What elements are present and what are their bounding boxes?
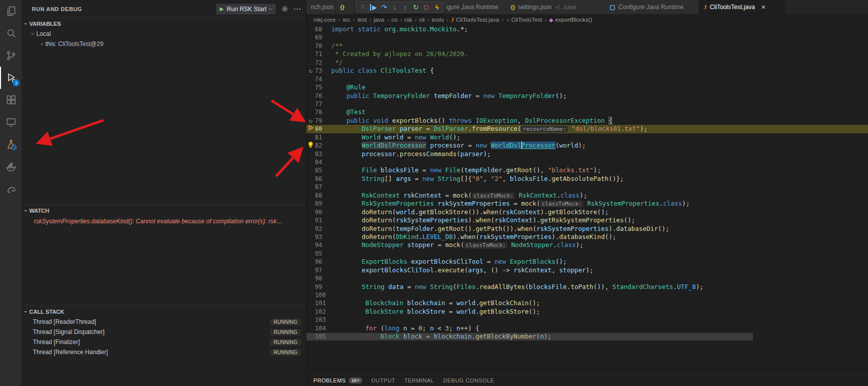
- breadcrumb-item-clitoolstest[interactable]: ○CliToolsTest: [506, 17, 542, 23]
- breadcrumb-item-rskj-core[interactable]: rskj-core: [313, 17, 336, 23]
- line-number[interactable]: 75: [315, 83, 331, 91]
- line-number[interactable]: 103: [315, 316, 335, 324]
- code-line[interactable]: 77: [306, 100, 868, 108]
- line-number[interactable]: 92: [315, 225, 331, 233]
- variables-scope-local[interactable]: › Local: [22, 29, 306, 39]
- code-line[interactable]: 96 ExportBlocks exportBlocksCliTool = ne…: [306, 258, 868, 266]
- debug-restart-button[interactable]: ↻: [411, 2, 421, 12]
- line-number[interactable]: 89: [315, 200, 331, 208]
- call-stack-section-header[interactable]: › CALL STACK: [22, 306, 306, 317]
- line-number[interactable]: 94: [315, 241, 331, 249]
- code-line[interactable]: 94 NodeStopper stopper = mock(classToMoc…: [306, 241, 868, 249]
- code-editor[interactable]: 68import static org.mockito.Mockito.*;69…: [306, 25, 868, 374]
- line-number[interactable]: 79: [315, 117, 331, 125]
- line-number[interactable]: 104: [315, 324, 335, 332]
- line-number[interactable]: 97: [315, 266, 331, 274]
- line-number[interactable]: 78: [315, 108, 331, 116]
- code-line[interactable]: ↻79 public void exportBlocks() throws IO…: [306, 117, 868, 125]
- panel-tab-terminal[interactable]: TERMINAL: [404, 377, 434, 383]
- line-number[interactable]: 86: [315, 175, 331, 183]
- line-number[interactable]: 101: [315, 299, 335, 307]
- editor-tab-settings-json[interactable]: {}settings.json~/.../User: [506, 0, 605, 14]
- line-number[interactable]: 90: [315, 208, 331, 216]
- variables-section-header[interactable]: › VARIABLES: [22, 18, 306, 29]
- code-line[interactable]: 72 */: [306, 59, 868, 67]
- code-line[interactable]: 89 RskSystemProperties rskSystemProperti…: [306, 200, 868, 208]
- code-line[interactable]: 70/**: [306, 42, 868, 50]
- code-line[interactable]: 99 String data = new String(Files.readAl…: [306, 283, 868, 291]
- breadcrumb-item-tools[interactable]: tools: [431, 17, 444, 23]
- code-line[interactable]: 97 exportBlocksCliTool.execute(args, () …: [306, 266, 868, 274]
- breadcrumb-item-java[interactable]: java: [374, 17, 385, 23]
- activity-docker[interactable]: [0, 156, 22, 178]
- breadcrumb-item-co[interactable]: co: [391, 17, 397, 23]
- line-number[interactable]: 68: [315, 25, 331, 33]
- line-number[interactable]: 100: [315, 291, 335, 299]
- line-number[interactable]: 72: [315, 59, 331, 67]
- watch-expression[interactable]: rskSystemProperties.databaseKind(): Cann…: [22, 218, 302, 225]
- quick-fix-lightbulb-icon[interactable]: [306, 141, 315, 150]
- line-number[interactable]: 88: [315, 191, 331, 200]
- line-number[interactable]: 80: [315, 125, 331, 133]
- breadcrumb-item-clitoolstest-java[interactable]: JCliToolsTest.java: [451, 16, 500, 24]
- curved-arrow-gutter-icon[interactable]: ↻: [306, 117, 315, 125]
- code-line[interactable]: 81 World world = new World();: [306, 133, 868, 141]
- code-line[interactable]: 101 Blockchain blockchain = world.getBlo…: [306, 299, 868, 307]
- debug-drag-handle-button[interactable]: ⠿: [358, 2, 368, 12]
- activity-explorer[interactable]: [0, 0, 22, 22]
- line-number[interactable]: 76: [315, 92, 331, 100]
- code-line[interactable]: 93 doReturn(DbKind.LEVEL_DB).when(rskSys…: [306, 233, 868, 241]
- launch-config-dropdown[interactable]: ▶ Run RSK Start ›: [215, 4, 276, 15]
- code-line[interactable]: 69: [306, 33, 868, 41]
- code-line[interactable]: 92 doReturn(tempFolder.getRoot().getPath…: [306, 225, 868, 233]
- code-line[interactable]: 83 processor.processCommands(parser);: [306, 150, 868, 158]
- code-line[interactable]: 91 doReturn(rskSystemProperties).when(rs…: [306, 216, 868, 224]
- line-number[interactable]: 84: [315, 158, 331, 166]
- panel-tab-problems[interactable]: PROBLEMS1K+: [313, 377, 362, 383]
- line-number[interactable]: 102: [315, 308, 335, 316]
- code-line[interactable]: 100: [306, 291, 868, 299]
- code-line[interactable]: ↻73public class CliToolsTest {: [306, 67, 868, 75]
- line-number[interactable]: 73: [315, 67, 331, 75]
- editor-tab-igure-java-runtime[interactable]: igure Java Runtime: [442, 0, 506, 14]
- line-number[interactable]: 74: [315, 75, 331, 83]
- call-stack-thread[interactable]: Thread [ReaderThread]RUNNING: [22, 317, 306, 327]
- debug-continue-button[interactable]: ▶: [368, 2, 378, 12]
- code-line[interactable]: 95: [306, 250, 868, 258]
- debug-step-out-button[interactable]: ↑: [400, 2, 410, 12]
- code-line[interactable]: 87: [306, 183, 868, 191]
- more-actions-icon[interactable]: ···: [294, 5, 302, 13]
- editor-tab-clitoolstest-java[interactable]: JCliToolsTest.java✕: [699, 0, 786, 14]
- code-line[interactable]: 98: [306, 274, 868, 282]
- debug-step-over-button[interactable]: ↷: [379, 2, 389, 12]
- editor-tab-nch-json[interactable]: nch.json: [306, 0, 336, 14]
- code-line[interactable]: 85 File blocksFile = new File(tempFolder…: [306, 166, 868, 174]
- code-line[interactable]: 86 String[] args = new String[]{"0", "2"…: [306, 175, 868, 183]
- code-line[interactable]: 75 @Rule: [306, 83, 868, 91]
- line-number[interactable]: 96: [315, 258, 331, 266]
- breadcrumb-item-rsk[interactable]: rsk: [404, 17, 412, 23]
- variable-this-row[interactable]: › this: CliToolsTest@29: [22, 39, 306, 49]
- breadcrumb-item-exportblocks[interactable]: ◆exportBlocks(): [549, 17, 592, 23]
- debug-step-into-button[interactable]: ↓: [390, 2, 400, 12]
- call-stack-thread[interactable]: Thread [Reference Handler]RUNNING: [22, 347, 306, 357]
- call-stack-thread[interactable]: Thread [Finalizer]RUNNING: [22, 337, 306, 347]
- panel-tab-debug-console[interactable]: DEBUG CONSOLE: [443, 377, 494, 383]
- breadcrumb-item-cli[interactable]: cli: [419, 17, 425, 23]
- line-number[interactable]: 69: [315, 33, 331, 41]
- breadcrumb-item-test[interactable]: test: [357, 17, 367, 23]
- breadcrumb-item-src[interactable]: src: [343, 17, 350, 23]
- line-number[interactable]: 71: [315, 50, 331, 58]
- activity-search[interactable]: [0, 22, 22, 44]
- activity-run-debug[interactable]: 1: [0, 67, 22, 89]
- code-line[interactable]: 88 RskContext rskContext = mock(classToM…: [306, 191, 868, 200]
- editor-tab-configure-java-runtime[interactable]: ▢Configure Java Runtime: [605, 0, 699, 14]
- code-line[interactable]: 82 WorldDslProcessor processor = new Wor…: [306, 141, 868, 150]
- line-number[interactable]: 85: [315, 166, 331, 174]
- activity-source-control[interactable]: [0, 44, 22, 67]
- line-number[interactable]: 70: [315, 42, 331, 50]
- code-line[interactable]: 80 DslParser parser = DslParser.fromReso…: [306, 125, 868, 133]
- close-icon[interactable]: ✕: [761, 4, 766, 11]
- current-line-pointer-icon[interactable]: [306, 125, 315, 133]
- activity-extensions[interactable]: [0, 89, 22, 111]
